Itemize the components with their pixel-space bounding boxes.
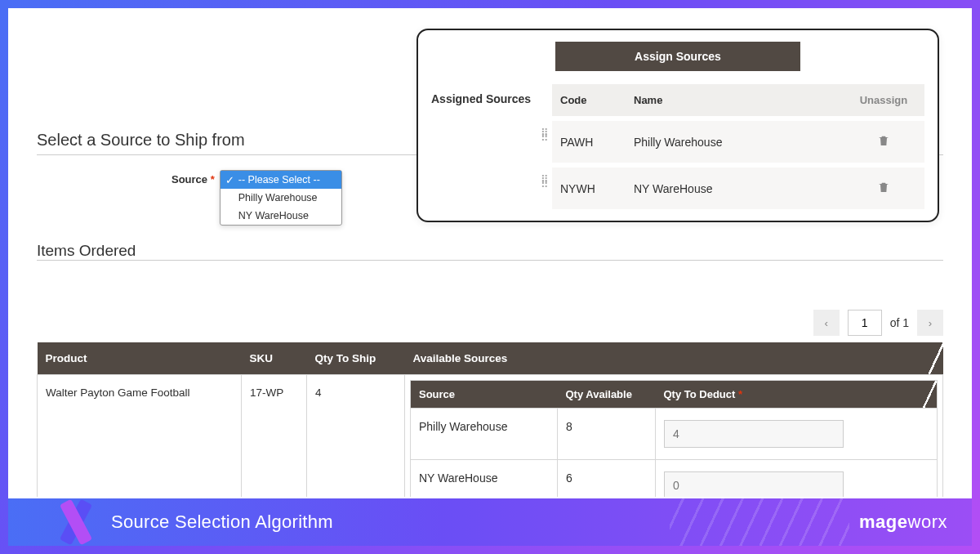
cell-qty: 4 — [307, 375, 405, 498]
drag-handle-icon[interactable]: ⠿⠿ — [541, 131, 547, 141]
source-name: NY WareHouse — [634, 182, 851, 195]
col-name: Name — [634, 94, 851, 106]
qty-deduct-input[interactable] — [664, 471, 844, 497]
col-sku: SKU — [242, 342, 307, 375]
sources-subtable: Source Qty Available Qty To Deduct * Phi… — [410, 380, 938, 497]
source-dropdown[interactable]: -- Please Select -- Philly Warehouse NY … — [220, 170, 342, 226]
next-page-button[interactable]: › — [917, 310, 943, 336]
col-qty-ship: Qty To Ship — [307, 342, 405, 375]
col-unassign: Unassign — [851, 94, 916, 106]
trash-icon[interactable] — [877, 181, 890, 196]
cell-sku: 17-WP — [242, 375, 307, 498]
items-table: Product SKU Qty To Ship Available Source… — [37, 342, 943, 497]
cell-qty-available: 8 — [558, 409, 656, 460]
source-name: Philly Warehouse — [634, 136, 851, 149]
brand-logo: mageworx — [859, 512, 947, 533]
pagination: ‹ of 1 › — [37, 310, 943, 336]
source-row: NY WareHouse 6 — [411, 460, 938, 498]
assigned-sources-label: Assigned Sources — [431, 84, 537, 209]
dropdown-option[interactable]: NY WareHouse — [220, 207, 341, 225]
panel-title: Assign Sources — [555, 42, 800, 71]
trash-icon[interactable] — [877, 134, 890, 150]
assigned-source-row: ⠿⠿ PAWH Philly Warehouse — [552, 121, 924, 163]
footer-banner: Source Selection Algorithm mageworx — [8, 498, 972, 546]
col-code: Code — [560, 94, 634, 106]
subcol-qty-deduct: Qty To Deduct * — [656, 381, 938, 409]
cell-product: Walter Payton Game Football — [38, 375, 242, 498]
col-available-sources: Available Sources — [405, 342, 943, 375]
source-code: NYWH — [560, 182, 634, 195]
col-product: Product — [38, 342, 242, 375]
assign-sources-panel: Assign Sources Assigned Sources Code Nam… — [416, 29, 939, 222]
table-row: Walter Payton Game Football 17-WP 4 Sour… — [38, 375, 943, 498]
subcol-qty-avail: Qty Available — [558, 381, 656, 409]
banner-title: Source Selection Algorithm — [111, 512, 333, 533]
assigned-source-row: ⠿⠿ NYWH NY WareHouse — [552, 168, 924, 209]
cell-qty-available: 6 — [558, 460, 656, 498]
page-input[interactable] — [848, 310, 882, 336]
qty-deduct-input[interactable] — [664, 420, 844, 448]
source-row: Philly Warehouse 8 — [411, 409, 938, 460]
source-code: PAWH — [560, 136, 634, 149]
x-logo-icon — [57, 503, 95, 541]
cell-source-name: Philly Warehouse — [411, 409, 558, 460]
page-of-label: of 1 — [890, 316, 909, 329]
dropdown-option-placeholder[interactable]: -- Please Select -- — [220, 171, 341, 189]
dropdown-option[interactable]: Philly Warehouse — [220, 189, 341, 207]
divider — [37, 260, 943, 261]
subcol-source: Source — [411, 381, 558, 409]
cell-source-name: NY WareHouse — [411, 460, 558, 498]
prev-page-button[interactable]: ‹ — [813, 310, 840, 336]
items-ordered-heading: Items Ordered — [37, 242, 943, 260]
drag-handle-icon[interactable]: ⠿⠿ — [541, 177, 547, 187]
source-field-label: Source * — [172, 170, 215, 185]
